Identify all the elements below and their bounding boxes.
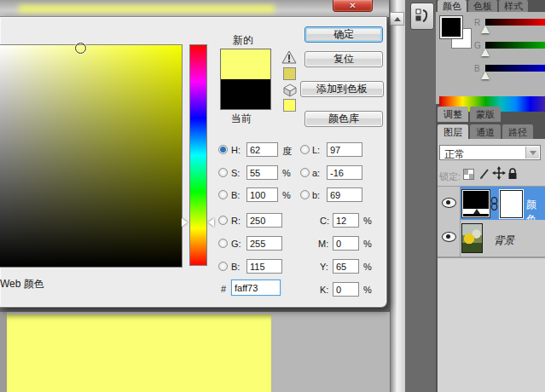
foreground-color-swatch[interactable]: [440, 16, 462, 38]
a-radio[interactable]: [300, 168, 310, 177]
r-radio[interactable]: [218, 216, 228, 225]
m-unit: %: [363, 239, 372, 249]
lab-b-label: b:: [312, 190, 320, 200]
g-slider-handle[interactable]: [481, 49, 490, 56]
hex-prefix: #: [221, 284, 226, 294]
a-label: a:: [312, 168, 320, 178]
g-slider-label: G: [474, 41, 481, 50]
add-to-swatches-button[interactable]: 添加到色板: [300, 81, 384, 97]
color-panel: R G B: [436, 12, 545, 104]
history-panel-icon: [415, 8, 429, 25]
tab-styles[interactable]: 样式: [499, 0, 528, 12]
y-input[interactable]: [333, 259, 359, 274]
s-radio[interactable]: [218, 168, 228, 177]
tab-layers[interactable]: 图层: [438, 124, 468, 139]
hex-input[interactable]: [231, 280, 281, 296]
r-slider-handle[interactable]: [481, 26, 490, 33]
layer-mask-thumbnail[interactable]: [500, 190, 523, 218]
h-input[interactable]: [246, 142, 278, 157]
eye-column-divider: [460, 220, 461, 257]
panel-dock: 颜色 色板 样式 R G B 调整 蒙版 图层 通道 路径 正常 锁定:: [436, 0, 545, 392]
l-label: L:: [312, 145, 320, 155]
s-unit: %: [282, 168, 291, 178]
b-slider-handle[interactable]: [481, 72, 490, 79]
tab-channels[interactable]: 通道: [470, 124, 501, 139]
collapsed-history-panel-button[interactable]: [410, 3, 434, 30]
vertical-scrollbar[interactable]: [390, 0, 405, 392]
tab-swatches[interactable]: 色板: [468, 0, 497, 12]
blend-mode-dropdown[interactable]: 正常: [439, 145, 541, 160]
gamut-color-swatch[interactable]: [283, 67, 296, 80]
l-radio[interactable]: [300, 145, 310, 154]
s-label: S:: [231, 168, 240, 178]
g-radio[interactable]: [218, 239, 228, 248]
r-label: R:: [231, 216, 241, 226]
lock-paint-brush-icon[interactable]: [478, 167, 490, 180]
lock-label: 锁定:: [439, 170, 461, 183]
close-button[interactable]: ✕: [333, 0, 373, 12]
y-unit: %: [363, 262, 372, 272]
link-mask-icon[interactable]: [490, 197, 498, 210]
only-web-colors-label[interactable]: Web 颜色: [0, 277, 44, 291]
new-current-swatch[interactable]: [220, 49, 271, 110]
hue-slider[interactable]: [189, 44, 207, 266]
layer-thumbnail-fill[interactable]: [462, 190, 490, 217]
visibility-eye-icon[interactable]: [442, 232, 456, 242]
rgb-b-label: B:: [231, 262, 240, 272]
hue-slider-left-arrow[interactable]: [182, 218, 188, 227]
lock-transparency-icon[interactable]: [463, 169, 474, 180]
dialog-titlebar[interactable]: [0, 0, 389, 17]
visibility-eye-icon[interactable]: [442, 198, 456, 208]
layer-name: 颜色: [526, 198, 545, 222]
blend-mode-value: 正常: [444, 147, 465, 162]
m-input[interactable]: [333, 236, 359, 251]
layer-thumbnail-photo[interactable]: [461, 223, 483, 253]
lab-b-input[interactable]: [327, 187, 362, 202]
dropdown-arrow-button[interactable]: [525, 147, 539, 159]
color-libraries-button[interactable]: 颜色库: [304, 111, 383, 127]
b-unit: %: [282, 190, 291, 200]
web-safe-cube-icon[interactable]: [282, 84, 298, 97]
new-color-label: 新的: [233, 33, 253, 48]
c-label: C:: [320, 216, 329, 226]
c-input[interactable]: [333, 213, 359, 228]
c-unit: %: [363, 216, 372, 226]
hue-slider-right-arrow[interactable]: [208, 218, 214, 227]
gamut-warning-icon[interactable]: [281, 50, 298, 65]
r-input[interactable]: [246, 213, 282, 228]
color-field-marker[interactable]: [75, 43, 86, 54]
lock-all-icon[interactable]: [507, 167, 518, 180]
scroll-up-button[interactable]: [390, 12, 404, 26]
layer-row-background[interactable]: 背景: [438, 220, 545, 257]
tab-paths[interactable]: 路径: [502, 124, 533, 139]
k-unit: %: [363, 285, 372, 295]
layer-row-color-fill[interactable]: 颜色: [438, 186, 545, 222]
b-slider-bar[interactable]: [485, 65, 545, 72]
l-input[interactable]: [327, 142, 362, 157]
r-slider-label: R: [474, 18, 480, 27]
current-color-swatch[interactable]: [221, 79, 270, 109]
close-icon: ✕: [349, 1, 356, 10]
rgb-b-input[interactable]: [246, 259, 282, 274]
document-canvas[interactable]: [7, 314, 271, 392]
tab-color[interactable]: 颜色: [438, 0, 467, 12]
s-input[interactable]: [246, 165, 278, 180]
lock-position-move-icon[interactable]: [492, 166, 506, 180]
lab-b-radio[interactable]: [300, 190, 310, 199]
g-input[interactable]: [246, 236, 282, 251]
h-radio[interactable]: [218, 145, 228, 154]
tab-adjustments[interactable]: 调整: [438, 107, 468, 122]
r-slider-bar[interactable]: [485, 19, 545, 26]
saturation-brightness-field[interactable]: [0, 44, 183, 268]
g-slider-bar[interactable]: [485, 42, 545, 49]
reset-button[interactable]: 复位: [304, 51, 383, 67]
b-radio[interactable]: [218, 190, 228, 199]
b-input[interactable]: [246, 187, 278, 202]
a-input[interactable]: [327, 165, 362, 180]
ok-button[interactable]: 确定: [304, 26, 383, 43]
new-color-swatch: [221, 49, 270, 79]
tab-masks[interactable]: 蒙版: [470, 107, 501, 122]
rgb-b-radio[interactable]: [218, 262, 228, 271]
web-safe-color-swatch[interactable]: [283, 99, 296, 112]
k-input[interactable]: [333, 282, 359, 297]
